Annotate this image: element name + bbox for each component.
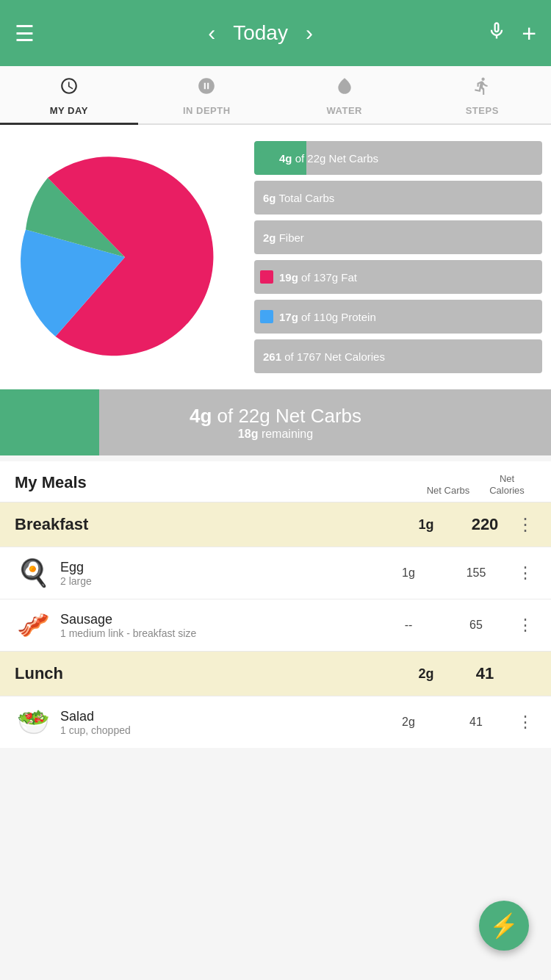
lightning-icon: ⚡ xyxy=(489,912,519,940)
water-icon xyxy=(335,76,354,101)
add-icon[interactable]: + xyxy=(522,19,536,48)
salad-name: Salad xyxy=(60,709,370,724)
my-day-icon xyxy=(60,76,79,101)
nutrition-bars: 4g of 22g Net Carbs 6g Total Carbs 2g Fi… xyxy=(254,140,551,375)
salad-menu-icon[interactable]: ⋮ xyxy=(514,713,536,732)
tab-steps[interactable]: STEPS xyxy=(414,66,552,123)
tab-my-day-label: MY DAY xyxy=(50,105,88,116)
progress-big-label: 4g of 22g Net Carbs xyxy=(0,405,551,428)
sausage-serving: 1 medium link - breakfast size xyxy=(60,627,370,639)
net-carbs-progress[interactable]: 4g of 22g Net Carbs 18g remaining xyxy=(0,389,551,455)
next-day-button[interactable]: › xyxy=(306,21,313,46)
lunch-label: Lunch xyxy=(15,664,397,683)
meals-title: My Meals xyxy=(15,473,87,492)
tab-in-depth[interactable]: IN DEPTH xyxy=(138,66,276,123)
lunch-menu-icon[interactable]: ⋮ xyxy=(514,663,536,684)
breakfast-net-cal: 220 xyxy=(455,515,514,534)
steps-icon xyxy=(472,76,491,101)
sausage-cal: 65 xyxy=(447,619,505,632)
egg-name: Egg xyxy=(60,560,370,575)
protein-bar[interactable]: 17g of 110g Protein xyxy=(254,300,542,334)
mic-icon[interactable] xyxy=(486,21,507,46)
sausage-name: Sausage xyxy=(60,612,370,627)
salad-cal: 41 xyxy=(447,716,505,729)
breakfast-net-carbs: 1g xyxy=(397,517,455,533)
tab-water-label: WATER xyxy=(327,105,362,116)
col-net-cal-header: Net Calories xyxy=(478,473,536,496)
egg-serving: 2 large xyxy=(60,575,370,587)
meals-header: My Meals Net Carbs Net Calories xyxy=(0,461,551,502)
fiber-bar[interactable]: 2g Fiber xyxy=(254,220,542,254)
header-nav: ‹ Today › xyxy=(208,21,313,46)
breakfast-label: Breakfast xyxy=(15,515,397,534)
col-net-carbs-header: Net Carbs xyxy=(419,485,478,496)
breakfast-category[interactable]: Breakfast 1g 220 ⋮ xyxy=(0,502,551,547)
progress-sub-label: 18g remaining xyxy=(0,428,551,441)
meals-section: My Meals Net Carbs Net Calories Breakfas… xyxy=(0,461,551,748)
tab-my-day[interactable]: MY DAY xyxy=(0,66,138,123)
app-header: ☰ ‹ Today › + xyxy=(0,0,551,66)
current-day-label: Today xyxy=(233,21,288,45)
pie-chart[interactable] xyxy=(7,140,242,375)
sausage-item: 🥓 Sausage 1 medium link - breakfast size… xyxy=(0,599,551,651)
sausage-menu-icon[interactable]: ⋮ xyxy=(514,616,536,635)
egg-item: 🍳 Egg 2 large 1g 155 ⋮ xyxy=(0,547,551,599)
lunch-net-cal: 41 xyxy=(455,664,514,683)
in-depth-icon xyxy=(197,76,216,101)
tab-bar: MY DAY IN DEPTH WATER STEPS xyxy=(0,66,551,125)
lunch-net-carbs: 2g xyxy=(397,666,455,682)
breakfast-menu-icon[interactable]: ⋮ xyxy=(514,514,536,535)
egg-menu-icon[interactable]: ⋮ xyxy=(514,563,536,583)
salad-item: 🥗 Salad 1 cup, chopped 2g 41 ⋮ xyxy=(0,696,551,748)
egg-icon: 🍳 xyxy=(15,558,51,588)
calories-bar[interactable]: 261 of 1767 Net Calories xyxy=(254,339,542,373)
tab-water[interactable]: WATER xyxy=(276,66,414,123)
salad-carbs: 2g xyxy=(379,716,438,729)
progress-text: 4g of 22g Net Carbs 18g remaining xyxy=(0,405,551,441)
sausage-icon: 🥓 xyxy=(15,610,51,641)
meals-col-headers: Net Carbs Net Calories xyxy=(419,473,536,496)
menu-icon[interactable]: ☰ xyxy=(15,21,35,46)
egg-cal: 155 xyxy=(447,566,505,580)
sausage-carbs: -- xyxy=(379,619,438,632)
lunch-category[interactable]: Lunch 2g 41 ⋮ xyxy=(0,651,551,696)
sausage-info: Sausage 1 medium link - breakfast size xyxy=(60,612,370,639)
quick-add-fab[interactable]: ⚡ xyxy=(479,901,529,951)
tab-steps-label: STEPS xyxy=(466,105,499,116)
chart-section: 4g of 22g Net Carbs 6g Total Carbs 2g Fi… xyxy=(0,125,551,389)
net-carbs-bar[interactable]: 4g of 22g Net Carbs xyxy=(254,141,542,175)
salad-icon: 🥗 xyxy=(15,707,51,738)
fat-bar[interactable]: 19g of 137g Fat xyxy=(254,260,542,294)
salad-info: Salad 1 cup, chopped xyxy=(60,709,370,736)
tab-in-depth-label: IN DEPTH xyxy=(183,105,231,116)
egg-info: Egg 2 large xyxy=(60,560,370,587)
egg-carbs: 1g xyxy=(379,566,438,580)
prev-day-button[interactable]: ‹ xyxy=(208,21,215,46)
salad-serving: 1 cup, chopped xyxy=(60,724,370,736)
total-carbs-bar[interactable]: 6g Total Carbs xyxy=(254,181,542,215)
